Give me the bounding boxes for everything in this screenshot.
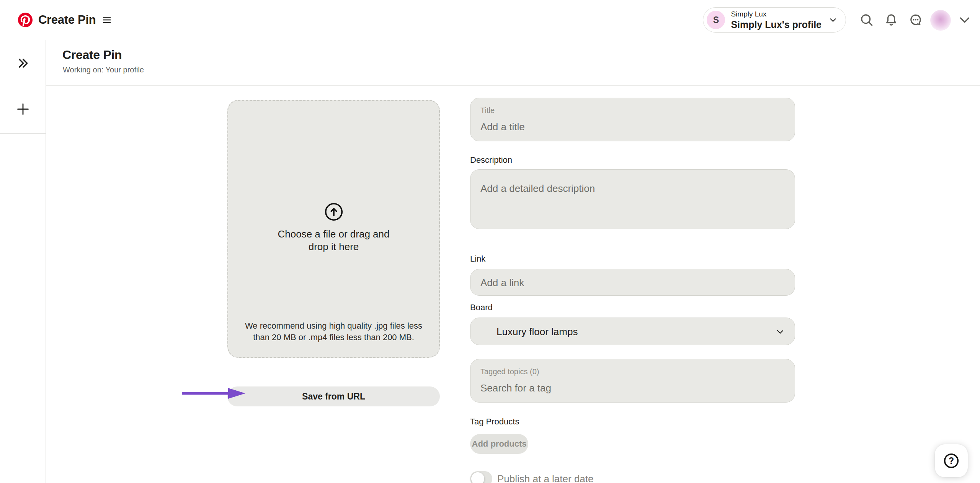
header-chevron-down-icon[interactable] — [955, 10, 975, 30]
file-dropzone[interactable]: Choose a file or drag and drop it here W… — [227, 100, 440, 358]
main-content: Create Pin Working on: Your profile Choo… — [46, 40, 980, 483]
tagged-topics-field[interactable]: Tagged topics (0) Search for a tag — [470, 359, 795, 403]
blurred-avatar-image — [930, 10, 951, 31]
top-bar: Create Pin S Simply Lux Simply Lux's pro… — [0, 0, 980, 40]
description-label: Description — [470, 155, 512, 165]
notifications-icon[interactable] — [881, 10, 901, 30]
toggle-knob — [471, 472, 484, 483]
publish-later-row: Publish at a later date — [470, 471, 594, 483]
board-label: Board — [470, 303, 493, 313]
title-field-placeholder: Add a title — [480, 121, 525, 133]
search-icon[interactable] — [857, 10, 877, 30]
profile-avatar: S — [707, 11, 725, 29]
chevron-down-icon — [829, 16, 837, 24]
account-name: Simply Lux — [731, 10, 766, 19]
uploader-divider — [227, 373, 440, 373]
pinterest-logo-icon[interactable] — [18, 12, 33, 28]
tag-products-label: Tag Products — [470, 417, 519, 427]
title-field[interactable]: Title Add a title — [470, 98, 795, 141]
add-products-button[interactable]: Add products — [470, 434, 528, 454]
create-new-pin-button[interactable] — [12, 98, 34, 120]
profile-chip[interactable]: S Simply Lux Simply Lux's profile — [703, 7, 846, 33]
publish-later-toggle[interactable] — [470, 471, 492, 483]
app-title: Create Pin — [38, 13, 96, 27]
board-chevron-down-icon — [776, 327, 785, 336]
profile-chip-text: Simply Lux Simply Lux's profile — [731, 10, 822, 30]
board-select[interactable]: Luxury floor lamps — [470, 318, 795, 345]
link-label: Link — [470, 254, 485, 264]
page-subtitle: Working on: Your profile — [63, 65, 144, 74]
link-field[interactable]: Add a link — [470, 269, 795, 296]
board-selected-value: Luxury floor lamps — [497, 318, 578, 345]
svg-text:?: ? — [949, 456, 954, 466]
double-chevron-right-icon — [17, 57, 29, 69]
description-field-placeholder: Add a detailed description — [480, 183, 595, 195]
page-header-divider — [46, 85, 980, 86]
avatar-initial: S — [713, 15, 719, 25]
tagged-topics-placeholder: Search for a tag — [480, 382, 551, 394]
help-button[interactable]: ? — [935, 444, 968, 477]
tagged-topics-label: Tagged topics (0) — [480, 367, 539, 376]
page-title: Create Pin — [62, 48, 122, 62]
link-field-placeholder: Add a link — [480, 269, 524, 296]
top-bar-left: Create Pin — [0, 12, 111, 28]
messages-icon[interactable] — [906, 10, 926, 30]
title-field-label: Title — [480, 106, 495, 115]
sidebar — [0, 40, 46, 483]
help-question-icon: ? — [942, 452, 960, 470]
publish-later-label: Publish at a later date — [497, 473, 594, 483]
upload-hint-text: We recommend using high quality .jpg fil… — [243, 320, 424, 343]
description-field[interactable]: Add a detailed description — [470, 169, 795, 229]
pinterest-create-pin-page: Create Pin S Simply Lux Simply Lux's pro… — [0, 0, 980, 483]
sidebar-divider — [0, 133, 46, 134]
save-from-url-button[interactable]: Save from URL — [227, 386, 440, 406]
profile-label: Simply Lux's profile — [731, 19, 822, 30]
top-bar-right: S Simply Lux Simply Lux's profile — [703, 7, 980, 33]
user-avatar[interactable] — [930, 10, 950, 30]
upload-icon — [324, 202, 344, 222]
expand-sidebar-button[interactable] — [12, 52, 34, 74]
dropzone-text: Choose a file or drag and drop it here — [269, 228, 399, 253]
menu-icon[interactable] — [103, 16, 111, 24]
plus-icon — [16, 102, 30, 116]
